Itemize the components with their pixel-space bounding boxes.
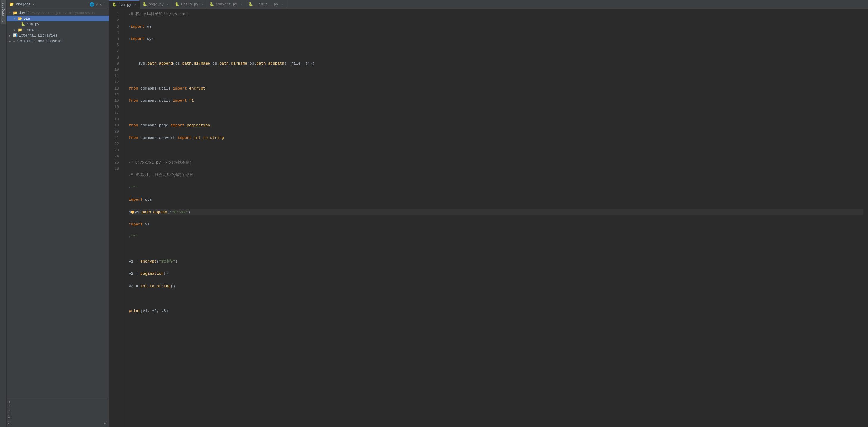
- close-icon[interactable]: ✕: [240, 2, 242, 6]
- folder-open-icon: 📂: [18, 17, 22, 21]
- code-line-4: [129, 48, 863, 55]
- project-header: 📁 Project ▾ 🌐 ⇄ ⚙ −: [6, 0, 109, 9]
- code-line-2: ▾import os: [129, 24, 863, 30]
- code-line-26: [129, 321, 863, 327]
- globe-icon[interactable]: 🌐: [90, 2, 94, 7]
- code-line-5: sys.path.append(os.path.dirname(os.path.…: [129, 61, 863, 67]
- tree-label-scratches: Scratches and Consoles: [17, 39, 63, 43]
- close-icon[interactable]: ✕: [134, 3, 136, 6]
- code-line-6: [129, 73, 863, 79]
- tab-bar: 🐍 run.py ✕ 🐍 page.py ✕ 🐍 utils.py ✕ 🐍 co…: [109, 0, 868, 9]
- sync-icon[interactable]: ⇄: [96, 2, 98, 7]
- chevron-right-icon: ▶: [9, 39, 12, 43]
- structure-panel-tabs: 2: Structure Z:: [6, 398, 109, 427]
- tree-item-scratches[interactable]: ▶ ✏️ Scratches and Consoles: [6, 38, 109, 44]
- code-line-15: ▾""": [129, 184, 863, 191]
- tree-label-run-py: run.py: [27, 22, 39, 27]
- py-file-icon: 🐍: [21, 22, 25, 27]
- py-icon: 🐍: [209, 2, 214, 6]
- py-icon: 🐍: [248, 2, 253, 6]
- tree-path-day14: ~/PycharmProjects/luffyCourse/da: [32, 11, 95, 15]
- left-panel: 📁 Project ▾ 🌐 ⇄ ⚙ − ▾ 📂 day14 ~/PycharmP…: [6, 0, 109, 427]
- dropdown-arrow-icon: ▾: [32, 2, 34, 6]
- code-line-1: ▾# 将day14目录加入到sys.path: [129, 11, 863, 18]
- code-line-19: ▾""": [129, 234, 863, 240]
- tab-label-utils-py: utils.py: [181, 2, 198, 6]
- tree-label-day14: day14: [19, 11, 29, 15]
- folder-icon: 📁: [18, 28, 22, 32]
- close-icon[interactable]: ✕: [166, 2, 169, 6]
- folder-open-icon: 📂: [13, 11, 18, 15]
- code-line-16: import sys: [129, 197, 863, 203]
- lib-icon: 📊: [13, 33, 18, 38]
- code-line-20: [129, 246, 863, 253]
- tab-label-convert-py: convert.py: [216, 2, 237, 6]
- tree-item-day14[interactable]: ▾ 📂 day14 ~/PycharmProjects/luffyCourse/…: [6, 10, 109, 16]
- tab-convert-py[interactable]: 🐍 convert.py ✕: [207, 0, 245, 9]
- code-line-3: ▾import sys: [129, 36, 863, 42]
- tab-utils-py[interactable]: 🐍 utils.py ✕: [172, 0, 207, 9]
- code-line-13: ▾# D:/xx/x1.py (xx模块找不到): [129, 160, 863, 166]
- settings-icon[interactable]: ⚙: [100, 2, 102, 7]
- tree-label-external-libs: External Libraries: [19, 34, 57, 38]
- tab-page-py[interactable]: 🐍 page.py ✕: [140, 0, 172, 9]
- tab-label-page-py: page.py: [149, 2, 164, 6]
- py-icon: 🐍: [112, 2, 117, 7]
- tree-item-run-py[interactable]: 🐍 run.py: [6, 22, 109, 27]
- code-line-24: [129, 296, 863, 302]
- tab-label-run-py: run.py: [118, 3, 131, 7]
- chevron-down-icon: ▾: [9, 11, 12, 15]
- code-line-12: [129, 147, 863, 154]
- py-icon: 🐍: [175, 2, 179, 6]
- header-icons: 🌐 ⇄ ⚙ −: [90, 2, 106, 7]
- tab-z[interactable]: Z:: [103, 398, 109, 427]
- py-icon: 🐍: [143, 2, 147, 6]
- code-line-22: v2 = pagination(): [129, 271, 863, 277]
- tab-init-py[interactable]: 🐍 __init__.py ✕: [245, 0, 286, 9]
- close-icon[interactable]: ✕: [281, 2, 283, 6]
- scratches-icon: ✏️: [13, 39, 15, 43]
- editor-area: 🐍 run.py ✕ 🐍 page.py ✕ 🐍 utils.py ✕ 🐍 co…: [109, 0, 868, 427]
- code-line-11: from commons.convert import int_to_strin…: [129, 135, 863, 141]
- chevron-right-icon: ▶: [14, 28, 17, 32]
- code-line-21: v1 = encrypt("武沛齐"): [129, 259, 863, 265]
- code-line-18: import x1: [129, 222, 863, 228]
- tree-item-bin[interactable]: ▾ 📂 bin: [6, 16, 109, 22]
- file-tree: ▾ 📂 day14 ~/PycharmProjects/luffyCourse/…: [6, 9, 109, 398]
- tab-structure[interactable]: 2: Structure: [6, 398, 12, 427]
- tree-label-bin: bin: [24, 17, 30, 21]
- project-icon: 📁: [9, 2, 14, 7]
- line-numbers: 1 2 3 4 5 6 7 8 9 10 11 12 13 14 15 16 1…: [109, 9, 124, 427]
- code-line-25: print(v1, v2, v3): [129, 308, 863, 314]
- code-editor[interactable]: 1 2 3 4 5 6 7 8 9 10 11 12 13 14 15 16 1…: [109, 9, 868, 427]
- tab-project[interactable]: 1: Project: [1, 0, 6, 24]
- tree-label-commons: commons: [24, 28, 38, 32]
- code-line-14: ▾# 找模块时，只会去几个指定的路径: [129, 172, 863, 178]
- code-line-9: [129, 110, 863, 117]
- close-icon[interactable]: ✕: [202, 2, 204, 6]
- minimize-icon[interactable]: −: [104, 2, 106, 6]
- chevron-right-icon: ▶: [9, 34, 12, 37]
- code-line-7: from commons.utils import encrypt: [129, 86, 863, 92]
- code-content[interactable]: ▾# 将day14目录加入到sys.path ▾import os ▾impor…: [124, 9, 868, 427]
- tab-label-init-py: __init__.py: [255, 2, 278, 6]
- vertical-tabs-panel: 1: Project: [0, 0, 6, 427]
- tree-item-commons[interactable]: ▶ 📁 commons: [6, 27, 109, 33]
- project-title: Project: [16, 2, 31, 6]
- tab-run-py[interactable]: 🐍 run.py ✕: [109, 0, 140, 9]
- code-line-23: v3 = int_to_string(): [129, 284, 863, 290]
- code-line-17: sys.path.append(r"D:\xx"): [129, 209, 863, 216]
- code-line-8: from commons.utils import f1: [129, 98, 863, 104]
- code-line-10: from commons.page import pagination: [129, 123, 863, 129]
- tree-item-external-libs[interactable]: ▶ 📊 External Libraries: [6, 33, 109, 38]
- chevron-down-icon: ▾: [14, 17, 17, 21]
